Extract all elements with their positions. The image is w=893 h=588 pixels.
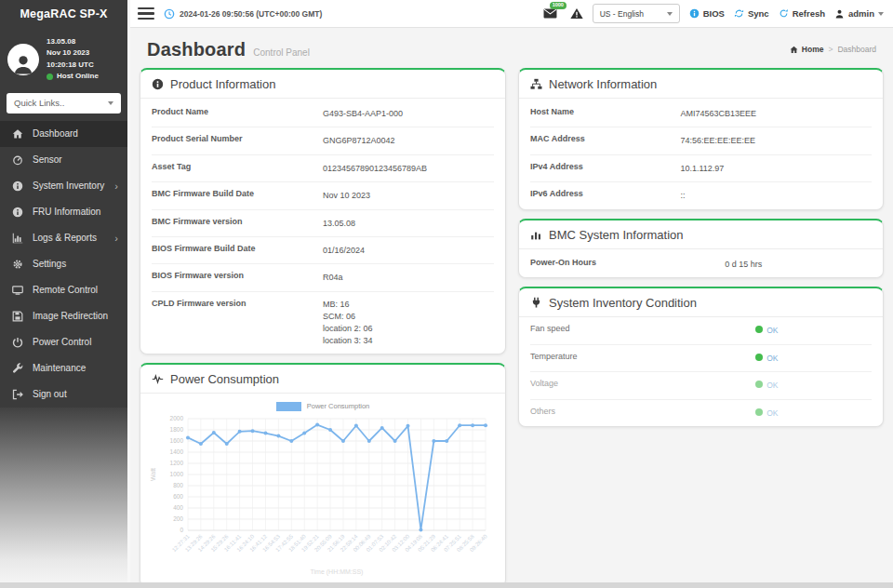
svg-text:1200: 1200 — [170, 460, 184, 466]
svg-text:1600: 1600 — [170, 437, 184, 444]
row-label: Temperature — [530, 352, 755, 361]
clock-icon — [164, 8, 175, 20]
row-label: Others — [530, 407, 755, 416]
status-ok-dot — [755, 381, 763, 388]
sidebar-item-settings[interactable]: Settings — [0, 251, 127, 277]
row-value: MB: 16SCM: 06location 2: 06location 3: 3… — [323, 299, 373, 347]
row-value: 01/16/2024 — [323, 244, 365, 257]
sidebar-item-remote-control[interactable]: Remote Control — [0, 277, 127, 303]
row-label: BIOS Firmware Build Date — [152, 244, 323, 253]
sidebar-item-logs-reports[interactable]: Logs & Reports› — [0, 225, 127, 251]
sidebar-item-label: Sign out — [33, 389, 67, 399]
row-value: G493-SB4-AAP1-000 — [323, 107, 403, 120]
svg-text:Watt: Watt — [150, 468, 156, 481]
host-status: Host Online — [47, 71, 120, 82]
system-inventory-condition-panel: System Inventory Condition Fan speedOKTe… — [518, 287, 884, 427]
breadcrumb-current: Dashboard — [837, 45, 876, 54]
row-value: 74:56:EE:EE:EE:EE — [680, 134, 755, 147]
product-info-table: Product NameG493-SB4-AAP1-000Product Ser… — [140, 99, 505, 354]
sidebar-item-sign-out[interactable]: Sign out — [0, 381, 127, 408]
user-icon — [834, 8, 845, 20]
svg-text:400: 400 — [173, 504, 183, 511]
sidebar-item-fru-information[interactable]: FRU Information — [0, 199, 127, 225]
sidebar-item-label: Maintenance — [33, 363, 86, 373]
panel-title: System Inventory Condition — [519, 288, 883, 317]
sidebar-menu: DashboardSensorSystem Inventory›FRU Info… — [0, 121, 127, 408]
wrench-icon — [12, 363, 23, 374]
person-icon — [12, 53, 34, 75]
chart-legend: Power Consumption — [140, 394, 505, 413]
page-title: Dashboard — [147, 39, 246, 60]
network-info-table: Host NameAMI74563CB13EEEMAC Address74:56… — [519, 99, 883, 209]
table-row: Fan speedOK — [530, 317, 872, 345]
sync-label: Sync — [748, 8, 769, 19]
quick-links-select[interactable]: Quick Links.. — [7, 93, 121, 114]
table-row: Product NameG493-SB4-AAP1-000 — [152, 100, 494, 127]
quick-links-placeholder: Quick Links.. — [14, 98, 64, 108]
refresh-button[interactable]: Refresh — [779, 8, 825, 19]
menu-toggle-button[interactable] — [138, 6, 154, 21]
plug-icon — [530, 297, 542, 309]
row-value: OK — [755, 324, 778, 338]
row-value: GNG6P8712A0042 — [323, 134, 395, 147]
sidebar-item-label: Logs & Reports — [33, 233, 97, 243]
sidebar-item-image-redirection[interactable]: Image Redirection — [0, 303, 127, 329]
svg-text:1400: 1400 — [170, 448, 184, 455]
sidebar-item-dashboard[interactable]: Dashboard — [0, 121, 127, 147]
status-ok-label: OK — [766, 381, 778, 390]
power-consumption-panel: Power Consumption Power Consumption 0200… — [140, 363, 506, 587]
row-label: BMC Firmware version — [152, 217, 323, 226]
sidebar-item-label: Power Control — [33, 337, 91, 347]
row-label: IPv4 Address — [530, 162, 680, 171]
sidebar-item-power-control[interactable]: Power Control — [0, 329, 127, 355]
bmc-profile: 13.05.08 Nov 10 2023 10:20:18 UTC Host O… — [0, 28, 127, 89]
messages-count-badge: 1000 — [550, 2, 566, 9]
gauge-icon — [12, 154, 23, 166]
table-row: IPv6 Address:: — [530, 182, 872, 208]
row-value: 01234567890123456789AB — [323, 162, 427, 175]
sidebar-item-label: FRU Information — [33, 207, 100, 217]
horizontal-scrollbar[interactable] — [0, 582, 893, 588]
table-row: Power-On Hours0 d 15 hrs — [530, 251, 872, 277]
page-subtitle: Control Panel — [253, 47, 310, 58]
envelope-icon — [543, 7, 557, 20]
bios-label: BIOS — [703, 8, 725, 19]
info-circle-icon — [152, 78, 164, 90]
info-circle-icon — [689, 8, 700, 19]
inventory-condition-table: Fan speedOKTemperatureOKVoltageOKOthersO… — [519, 317, 883, 426]
table-row: MAC Address74:56:EE:EE:EE:EE — [530, 127, 872, 154]
info-icon — [12, 207, 23, 218]
row-label: Power-On Hours — [530, 258, 725, 267]
svg-text:600: 600 — [173, 493, 183, 500]
sync-button[interactable]: Sync — [734, 8, 769, 19]
sidebar-item-maintenance[interactable]: Maintenance — [0, 355, 127, 381]
power-consumption-chart: 020040060080010001200140016001800200012:… — [140, 413, 505, 586]
breadcrumb-separator: > — [828, 45, 833, 54]
sidebar-item-sensor[interactable]: Sensor — [0, 147, 127, 173]
bios-button[interactable]: BIOS — [689, 8, 725, 19]
svg-text:0: 0 — [180, 527, 183, 533]
table-row: BMC Firmware version13.05.08 — [152, 210, 494, 237]
sidebar-item-system-inventory[interactable]: System Inventory› — [0, 173, 127, 199]
bmc-info-table: Power-On Hours0 d 15 hrs — [519, 249, 883, 277]
info-icon — [12, 180, 23, 192]
messages-button[interactable]: 1000 — [543, 7, 557, 20]
warning-triangle-icon — [570, 7, 583, 20]
user-menu[interactable]: admin — [834, 8, 884, 20]
breadcrumb-home[interactable]: Home — [790, 45, 824, 54]
breadcrumb: Home > Dashboard — [790, 39, 876, 54]
sync-icon — [734, 8, 744, 19]
sidebar-divider — [127, 0, 130, 588]
bmc-system-information-panel: BMC System Information Power-On Hours0 d… — [518, 219, 884, 278]
bar-chart-icon — [530, 229, 542, 241]
sidebar: MegaRAC SP-X 13.05.08 Nov 10 2023 10:20:… — [0, 0, 127, 588]
language-select[interactable]: US - English — [593, 4, 680, 23]
alerts-button[interactable] — [570, 7, 583, 20]
table-row: OthersOK — [530, 400, 872, 427]
chevron-right-icon: › — [114, 233, 118, 244]
page-header: Dashboard Control Panel Home > Dashboard — [138, 28, 886, 66]
status-ok-dot — [755, 354, 763, 361]
sidebar-fade — [0, 408, 127, 588]
language-value: US - English — [600, 9, 644, 19]
home-icon — [790, 46, 798, 54]
